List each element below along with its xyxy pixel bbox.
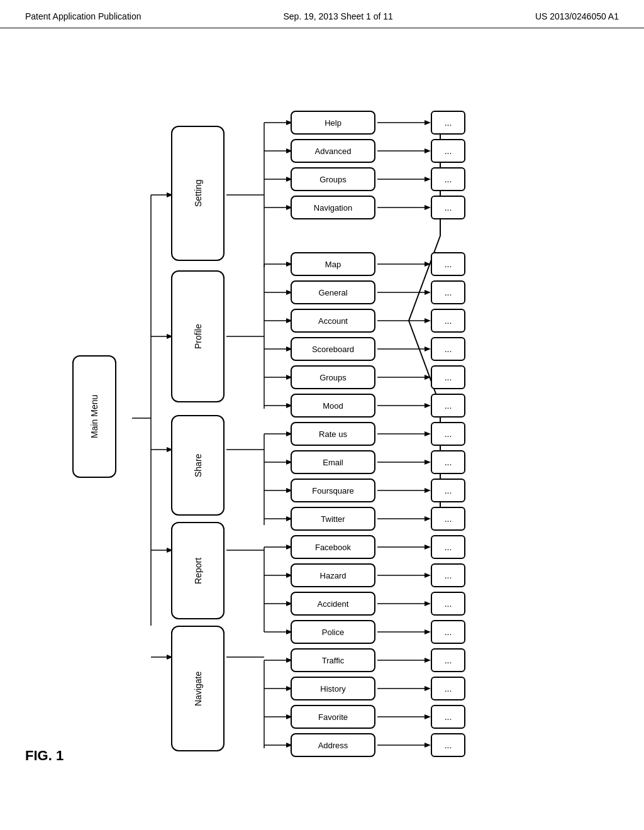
leaf-favorite: Favorite bbox=[291, 705, 375, 729]
ellipsis-19: ... bbox=[431, 648, 465, 672]
svg-line-112 bbox=[409, 321, 440, 406]
leaf-email: Email bbox=[291, 450, 375, 474]
profile-box: Profile bbox=[171, 270, 225, 402]
svg-marker-77 bbox=[425, 290, 431, 295]
leaf-police: Police bbox=[291, 620, 375, 644]
leaf-general: General bbox=[291, 280, 375, 304]
svg-marker-105 bbox=[425, 686, 431, 691]
ellipsis-4: ... bbox=[431, 196, 465, 219]
ellipsis-6: ... bbox=[431, 280, 465, 304]
ellipsis-3: ... bbox=[431, 167, 465, 191]
svg-marker-107 bbox=[425, 714, 431, 719]
svg-marker-91 bbox=[425, 488, 431, 493]
leaf-accident: Accident bbox=[291, 592, 375, 616]
ellipsis-2: ... bbox=[431, 139, 465, 163]
leaf-map: Map bbox=[291, 252, 375, 276]
svg-marker-87 bbox=[425, 431, 431, 436]
ellipsis-12: ... bbox=[431, 450, 465, 474]
leaf-foursquare: Foursquare bbox=[291, 479, 375, 502]
svg-marker-69 bbox=[425, 148, 431, 153]
svg-marker-83 bbox=[425, 375, 431, 380]
header-left: Patent Application Publication bbox=[25, 11, 141, 21]
svg-marker-75 bbox=[425, 262, 431, 267]
leaf-facebook: Facebook bbox=[291, 535, 375, 559]
ellipsis-15: ... bbox=[431, 535, 465, 559]
ellipsis-10: ... bbox=[431, 394, 465, 418]
leaf-navigation: Navigation bbox=[291, 196, 375, 219]
svg-marker-81 bbox=[425, 346, 431, 351]
leaf-groups-profile: Groups bbox=[291, 365, 375, 389]
leaf-scoreboard: Scoreboard bbox=[291, 337, 375, 361]
header-center: Sep. 19, 2013 Sheet 1 of 11 bbox=[283, 11, 392, 21]
ellipsis-13: ... bbox=[431, 479, 465, 502]
report-box: Report bbox=[171, 522, 225, 619]
ellipsis-21: ... bbox=[431, 705, 465, 729]
ellipsis-16: ... bbox=[431, 563, 465, 587]
leaf-groups-setting: Groups bbox=[291, 167, 375, 191]
leaf-history: History bbox=[291, 677, 375, 700]
leaf-hazard: Hazard bbox=[291, 563, 375, 587]
leaf-rate-us: Rate us bbox=[291, 422, 375, 446]
ellipsis-8: ... bbox=[431, 337, 465, 361]
ellipsis-22: ... bbox=[431, 733, 465, 757]
share-box: Share bbox=[171, 415, 225, 516]
svg-marker-93 bbox=[425, 516, 431, 521]
figure-label: FIG. 1 bbox=[25, 748, 64, 764]
svg-marker-99 bbox=[425, 601, 431, 606]
ellipsis-11: ... bbox=[431, 422, 465, 446]
svg-marker-67 bbox=[425, 120, 431, 125]
ellipsis-18: ... bbox=[431, 620, 465, 644]
leaf-mood: Mood bbox=[291, 394, 375, 418]
svg-line-110 bbox=[409, 236, 440, 321]
ellipsis-1: ... bbox=[431, 111, 465, 135]
svg-marker-109 bbox=[425, 743, 431, 748]
svg-marker-85 bbox=[425, 403, 431, 408]
navigate-box: Navigate bbox=[171, 626, 225, 751]
page-header: Patent Application Publication Sep. 19, … bbox=[0, 0, 644, 28]
ellipsis-5: ... bbox=[431, 252, 465, 276]
svg-marker-71 bbox=[425, 177, 431, 182]
ellipsis-17: ... bbox=[431, 592, 465, 616]
ellipsis-9: ... bbox=[431, 365, 465, 389]
leaf-traffic: Traffic bbox=[291, 648, 375, 672]
svg-marker-79 bbox=[425, 318, 431, 323]
svg-marker-103 bbox=[425, 658, 431, 663]
ellipsis-7: ... bbox=[431, 309, 465, 333]
header-right: US 2013/0246050 A1 bbox=[535, 11, 619, 21]
svg-marker-101 bbox=[425, 629, 431, 634]
diagram-area: Main Menu Setting Profile Share Report N… bbox=[0, 28, 644, 783]
leaf-help: Help bbox=[291, 111, 375, 135]
ellipsis-20: ... bbox=[431, 677, 465, 700]
leaf-address: Address bbox=[291, 733, 375, 757]
leaf-advanced: Advanced bbox=[291, 139, 375, 163]
svg-marker-95 bbox=[425, 545, 431, 550]
ellipsis-14: ... bbox=[431, 507, 465, 531]
main-menu-box: Main Menu bbox=[72, 355, 116, 478]
leaf-account: Account bbox=[291, 309, 375, 333]
svg-marker-89 bbox=[425, 460, 431, 465]
setting-box: Setting bbox=[171, 126, 225, 261]
leaf-twitter: Twitter bbox=[291, 507, 375, 531]
svg-marker-97 bbox=[425, 573, 431, 578]
svg-marker-73 bbox=[425, 205, 431, 210]
